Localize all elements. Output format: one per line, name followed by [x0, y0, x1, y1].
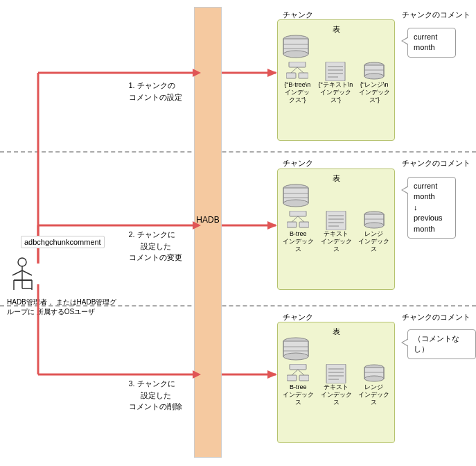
svg-line-71 — [12, 270, 22, 275]
svg-rect-55 — [299, 375, 309, 381]
range-index-1: {"レンジ\nインデックス"} — [358, 62, 390, 103]
comment-bubble-3: （コメントなし） — [407, 329, 476, 359]
table-cylinder-3 — [282, 337, 310, 361]
svg-line-34 — [298, 216, 304, 222]
svg-point-65 — [364, 376, 384, 381]
svg-marker-92 — [267, 370, 277, 379]
range-index-3: レンジインデックス — [358, 364, 390, 406]
svg-rect-54 — [287, 375, 297, 381]
divider-2 — [0, 305, 476, 307]
svg-rect-58 — [326, 364, 346, 383]
hadb-label: HADB — [194, 215, 222, 225]
text-index-1: {"テキスト\nインデックス"} — [319, 62, 353, 103]
table-label-1: 表 — [282, 24, 390, 59]
btree-index-2: B-treeインデックス — [282, 211, 315, 252]
btree-index-1: {"B-tree\nインデックス"} — [282, 62, 313, 103]
svg-rect-7 — [289, 62, 306, 67]
index-icons-1: {"B-tree\nインデックス"} {"テキスト\nインデックス"} — [282, 62, 390, 103]
svg-rect-12 — [326, 62, 345, 81]
svg-point-42 — [364, 223, 384, 228]
table-cylinder-2 — [282, 184, 310, 208]
svg-point-25 — [283, 200, 308, 207]
svg-rect-53 — [290, 364, 306, 370]
svg-point-19 — [364, 74, 384, 79]
step-label-3: 3. チャンクに 設定した コメントの削除 — [121, 378, 182, 413]
index-icons-2: B-treeインデックス テキストインデックス — [282, 211, 390, 252]
svg-line-10 — [291, 67, 297, 73]
chunk-box-1: 表 — [277, 19, 395, 141]
svg-rect-35 — [326, 211, 346, 230]
hadb-bar — [194, 7, 222, 458]
divider-1 — [0, 151, 476, 153]
svg-point-69 — [18, 258, 26, 266]
chunk-label-2: チャンク — [283, 158, 313, 169]
svg-rect-30 — [290, 211, 306, 216]
user-area: HADB管理者， またはHADB管理グループに 所属するOSユーザ — [7, 257, 118, 317]
user-icon — [7, 257, 38, 295]
range-index-2: レンジインデックス — [358, 211, 390, 252]
svg-point-2 — [283, 51, 308, 58]
svg-rect-31 — [287, 222, 297, 227]
svg-marker-90 — [267, 221, 277, 230]
svg-line-56 — [292, 370, 298, 375]
svg-point-48 — [283, 353, 308, 360]
chunk-box-2: 表 B-treeインデックス — [277, 169, 395, 290]
comment-label-3: チャンクのコメント — [402, 312, 470, 322]
index-icons-3: B-treeインデックス テキストインデックス — [282, 364, 390, 406]
step-label-1: 1. チャンクの コメントの設定 — [121, 80, 182, 103]
user-label: HADB管理者， またはHADB管理グループに 所属するOSユーザ — [7, 297, 118, 317]
table-label-2: 表 — [282, 173, 390, 208]
step-label-2: 2. チャンクに 設定した コメントの変更 — [121, 229, 182, 264]
svg-line-11 — [297, 67, 303, 73]
text-index-3: テキストインデックス — [320, 364, 353, 406]
svg-rect-8 — [286, 73, 296, 78]
chunk-box-3: 表 B-treeインデックス — [277, 322, 395, 443]
chunk-label-1: チャンク — [283, 10, 313, 20]
btree-index-3: B-treeインデックス — [282, 364, 315, 406]
diagram: HADB チャンク チャンクのコメント 表 — [0, 0, 476, 466]
svg-line-57 — [298, 370, 304, 375]
table-label-3: 表 — [282, 327, 390, 361]
comment-bubble-1: current month — [407, 28, 456, 58]
connection-lines — [0, 0, 476, 466]
svg-rect-9 — [299, 73, 308, 78]
svg-line-72 — [22, 270, 32, 275]
text-index-2: テキストインデックス — [320, 211, 353, 252]
svg-marker-88 — [267, 69, 277, 77]
table-cylinder-1 — [282, 35, 310, 59]
comment-label-2: チャンクのコメント — [402, 158, 470, 169]
svg-rect-32 — [299, 222, 309, 227]
chunk-label-3: チャンク — [283, 312, 313, 322]
svg-line-33 — [292, 216, 298, 222]
comment-label-1: チャンクのコメント — [402, 10, 470, 20]
adbchg-label: adbchgchunkcomment — [21, 236, 105, 248]
comment-bubble-2: current month ↓ previous month — [407, 177, 456, 239]
